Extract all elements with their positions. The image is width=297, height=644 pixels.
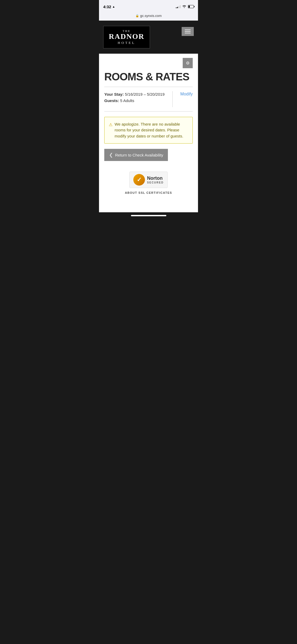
warning-box: ⚠ We apologize. There are no available r… xyxy=(104,117,193,144)
modify-link[interactable]: Modify xyxy=(180,91,193,96)
divider-top xyxy=(104,87,193,87)
stay-label: Your Stay: xyxy=(104,92,124,96)
menu-line-3 xyxy=(185,33,191,33)
signal-icon xyxy=(176,5,181,8)
hotel-header: THE RADNOR HOTEL xyxy=(99,21,198,54)
stay-dates: 5/16/2019 – 5/20/2019 xyxy=(125,92,164,96)
stay-dates-line: Your Stay: 5/16/2019 – 5/20/2019 xyxy=(104,91,164,98)
return-to-check-availability-button[interactable]: ❮ Return to Check Availability xyxy=(104,149,168,161)
norton-check-icon: ✓ xyxy=(137,176,142,183)
settings-row: ⚙ xyxy=(104,58,193,68)
stay-details: Your Stay: 5/16/2019 – 5/20/2019 Guests:… xyxy=(104,91,164,104)
ssl-certificates-link[interactable]: ABOUT SSL CERTIFICATES xyxy=(125,191,172,194)
guests-line: Guests: 5 Adults xyxy=(104,98,164,104)
vertical-divider xyxy=(172,91,173,107)
hotel-logo: THE RADNOR HOTEL xyxy=(103,26,150,48)
location-arrow-icon: ▲ xyxy=(112,5,115,8)
menu-button[interactable] xyxy=(182,27,194,36)
battery-icon xyxy=(188,5,194,8)
warning-message: We apologize. There are no available roo… xyxy=(115,121,188,139)
home-bar xyxy=(131,215,166,216)
hotel-radnor: RADNOR xyxy=(109,33,144,41)
return-button-label: Return to Check Availability xyxy=(115,153,163,157)
norton-section: ✓ Norton SECURED ABOUT SSL CERTIFICATES xyxy=(104,172,193,194)
return-arrow-icon: ❮ xyxy=(109,152,113,158)
menu-line-2 xyxy=(185,31,191,32)
url-text: gc.synxis.com xyxy=(140,14,162,18)
status-time: 4:32 ▲ xyxy=(103,4,115,9)
guests-value: 5 Adults xyxy=(120,98,134,103)
wifi-icon xyxy=(182,5,186,9)
settings-button[interactable]: ⚙ xyxy=(183,58,193,68)
norton-secured: SECURED xyxy=(147,181,164,184)
status-bar: 4:32 ▲ xyxy=(99,0,198,12)
stay-info-row: Your Stay: 5/16/2019 – 5/20/2019 Guests:… xyxy=(104,91,193,112)
page-title: ROOMS & RATES xyxy=(104,71,193,82)
norton-logo: ✓ xyxy=(133,174,145,186)
url-bar: 🔒 gc.synxis.com xyxy=(99,12,198,21)
warning-icon: ⚠ xyxy=(109,122,112,139)
guests-label: Guests: xyxy=(104,98,119,103)
hotel-hotel: HOTEL xyxy=(109,41,144,45)
norton-badge[interactable]: ✓ Norton SECURED xyxy=(129,172,168,188)
home-indicator xyxy=(99,212,198,221)
lock-icon: 🔒 xyxy=(135,14,139,17)
main-content: ⚙ ROOMS & RATES Your Stay: 5/16/2019 – 5… xyxy=(99,54,198,212)
menu-line-1 xyxy=(185,30,191,30)
status-icons xyxy=(176,5,194,9)
norton-name: Norton xyxy=(147,176,164,181)
